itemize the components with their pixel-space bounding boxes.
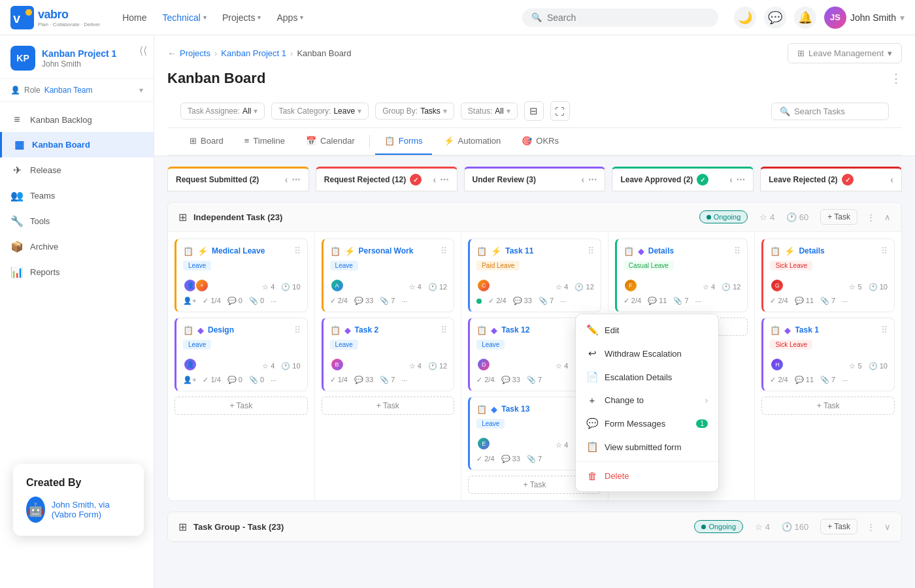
column-request-submitted: Request Submitted (2) ‹ ··· [167, 167, 309, 191]
more-options-icon[interactable]: ··· [271, 376, 276, 384]
sidebar-item-archive[interactable]: 📦 Archive [0, 234, 154, 259]
sidebar-item-tools[interactable]: 🔧 Tools [0, 208, 154, 234]
task-title[interactable]: Details [648, 246, 731, 255]
add-task-button[interactable]: + Task [761, 397, 895, 415]
task-details: 👤+ ✓ 1/4 💬 0 📎 0 ··· [183, 376, 301, 384]
messages-button[interactable]: 💬 [764, 7, 786, 29]
attachment-icon: 📎 7 [527, 376, 542, 384]
more-options-icon[interactable]: ··· [588, 174, 597, 186]
status-filter[interactable]: Status: All ▾ [461, 103, 518, 120]
avatar: JS [824, 7, 846, 29]
collapse-icon[interactable]: ∧ [884, 212, 891, 222]
sidebar-item-kanban-backlog[interactable]: ≡ Kanban Backlog [0, 107, 154, 132]
assignee-filter[interactable]: Task Assignee: All ▾ [180, 103, 265, 120]
more-options-icon[interactable]: ··· [842, 297, 848, 305]
breadcrumb-projects[interactable]: Projects [180, 48, 210, 58]
nav-technical[interactable]: Technical ▾ [156, 8, 213, 27]
drag-handle-icon[interactable]: ⠿ [294, 325, 301, 335]
back-icon[interactable]: ← [167, 48, 176, 58]
chevron-left-icon[interactable]: ‹ [890, 174, 893, 185]
category-filter[interactable]: Task Category: Leave ▾ [271, 103, 369, 120]
menu-item-edit[interactable]: ✏️ Edit [576, 318, 718, 342]
sidebar-collapse-button[interactable]: ⟨⟨ [139, 44, 147, 57]
chevron-down-icon[interactable]: ▾ [139, 86, 143, 95]
drag-handle-icon[interactable]: ⠿ [734, 246, 740, 256]
tab-timeline[interactable]: ≡ Timeline [235, 128, 294, 155]
tab-forms[interactable]: 📋 Forms [375, 128, 432, 155]
more-options-icon[interactable]: ··· [401, 297, 407, 305]
star-count: ☆ 4 [759, 212, 774, 222]
task-title[interactable]: Design [208, 325, 290, 335]
task-title[interactable]: Task 1 [795, 325, 877, 335]
more-options-icon[interactable]: ··· [291, 174, 300, 186]
more-options-icon[interactable]: ··· [560, 297, 566, 305]
chevron-left-icon[interactable]: ‹ [729, 174, 733, 185]
more-options-icon[interactable]: ··· [842, 376, 848, 384]
add-person-icon[interactable]: 👤+ [183, 297, 196, 305]
menu-item-change-to[interactable]: + Change to › [576, 389, 718, 412]
chevron-left-icon[interactable]: ‹ [581, 174, 584, 185]
sidebar-item-reports[interactable]: 📊 Reports [0, 259, 154, 285]
breadcrumb-project[interactable]: Kanban Project 1 [221, 48, 286, 58]
drag-handle-icon[interactable]: ⠿ [881, 246, 888, 256]
task-title[interactable]: Task 11 [505, 246, 584, 255]
tab-calendar[interactable]: 📅 Calendar [297, 128, 364, 155]
task-title[interactable]: Task 2 [355, 325, 437, 335]
menu-item-escalation-details[interactable]: 📄 Escalation Details [576, 365, 718, 389]
add-task-button[interactable]: + Task [820, 209, 857, 225]
more-options-icon[interactable]: ··· [401, 376, 407, 384]
drag-handle-icon[interactable]: ⠿ [588, 246, 594, 256]
user-menu-button[interactable]: JS John Smith ▾ [824, 7, 905, 29]
sidebar-item-teams[interactable]: 👥 Teams [0, 183, 154, 208]
nav-projects[interactable]: Projects ▾ [216, 8, 268, 27]
drag-handle-icon[interactable]: ⠿ [881, 325, 888, 335]
tab-okrs[interactable]: 🎯 OKRs [512, 128, 568, 155]
drag-handle-icon[interactable]: ⠿ [294, 246, 301, 256]
drag-handle-icon[interactable]: ⠿ [441, 246, 447, 256]
chevron-left-icon[interactable]: ‹ [285, 174, 288, 185]
more-options-icon[interactable]: ⋮ [890, 71, 902, 86]
more-options-icon[interactable]: ··· [695, 297, 701, 305]
tab-board[interactable]: ⊞ Board [180, 128, 233, 155]
add-task-button[interactable]: + Task [322, 397, 455, 415]
sidebar-item-release[interactable]: ✈ Release [0, 157, 154, 183]
groupby-filter[interactable]: Group By: Tasks ▾ [375, 103, 454, 120]
add-task-button-2[interactable]: + Task [820, 519, 857, 534]
global-search[interactable]: 🔍 [522, 8, 718, 27]
search-tasks-input[interactable]: 🔍 Search Tasks [771, 103, 889, 120]
more-options-icon[interactable]: ··· [737, 174, 745, 186]
task-details: ✓ 2/4 💬 33 📎 7 ··· [330, 297, 448, 305]
theme-toggle-button[interactable]: 🌙 [734, 7, 756, 29]
expand-icon-button[interactable]: ⛶ [550, 101, 570, 121]
nav-home[interactable]: Home [116, 8, 153, 27]
more-options-icon[interactable]: ··· [271, 297, 276, 305]
chevron-left-icon[interactable]: ‹ [433, 174, 437, 185]
add-task-button[interactable]: + Task [175, 397, 308, 415]
menu-item-withdraw[interactable]: ↩ Withdraw Escalation [576, 342, 718, 365]
clock-icon: 🕐 12 [428, 283, 447, 291]
task-title[interactable]: Details [799, 246, 877, 255]
sidebar-item-kanban-board[interactable]: ▦ Kanban Board [0, 132, 154, 157]
more-options-icon[interactable]: ··· [440, 174, 448, 186]
checklist-icon: ✓ 2/4 [476, 376, 494, 384]
tab-automation[interactable]: ⚡ Automation [435, 128, 510, 155]
more-options-icon[interactable]: ⋮ [867, 212, 875, 222]
menu-item-view-form[interactable]: 📋 View submitted form [576, 435, 718, 459]
task-title[interactable]: Task 12 [501, 325, 584, 335]
more-options-icon[interactable]: ⋮ [867, 522, 875, 532]
menu-item-delete[interactable]: 🗑 Delete [576, 465, 718, 487]
task-details: ✓ 2/4 💬 11 📎 7 ··· [770, 297, 888, 305]
column-leave-approved: Leave Approved (2) ✓ ‹ ··· [612, 167, 754, 191]
global-search-input[interactable] [547, 12, 709, 23]
collapse-icon[interactable]: ∨ [884, 522, 891, 532]
drag-handle-icon[interactable]: ⠿ [441, 325, 447, 335]
menu-item-form-messages[interactable]: 💬 Form Messages 1 [576, 412, 718, 435]
filter-icon-button[interactable]: ⊟ [524, 101, 544, 121]
notifications-button[interactable]: 🔔 [794, 7, 816, 29]
task-title[interactable]: Task 13 [501, 404, 584, 414]
add-person-icon[interactable]: 👤+ [183, 376, 196, 384]
nav-apps[interactable]: Apps ▾ [270, 8, 310, 27]
leave-management-button[interactable]: ⊞ Leave Management ▾ [788, 43, 902, 63]
task-title[interactable]: Medical Leave [212, 246, 290, 255]
task-title[interactable]: Personal Work [359, 246, 437, 255]
